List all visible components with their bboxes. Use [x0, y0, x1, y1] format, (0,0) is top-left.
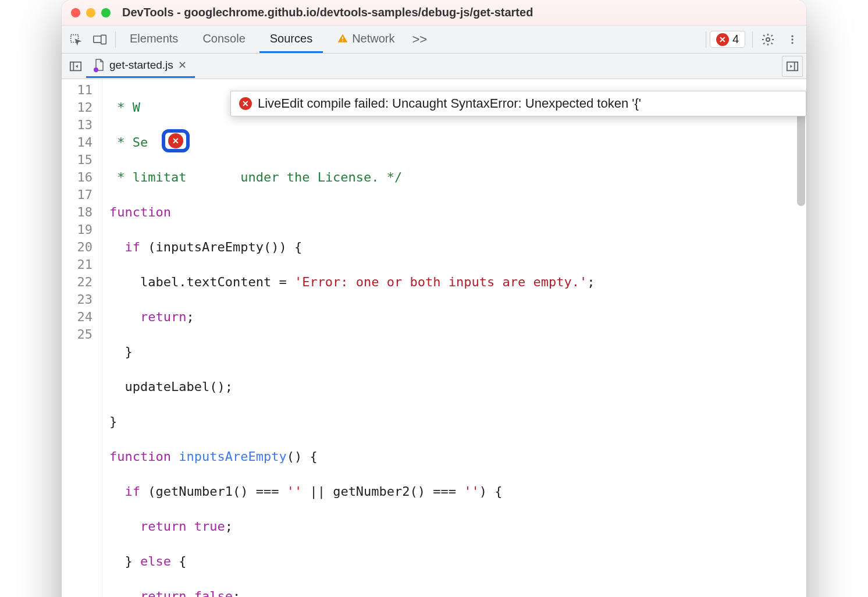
svg-point-5 — [766, 38, 770, 41]
tab-network-label: Network — [352, 32, 394, 45]
line-gutter[interactable]: 11 12 13 14 15 16 17 18 19 20 21 22 23 2… — [62, 79, 102, 597]
vertical-scrollbar[interactable] — [797, 84, 805, 305]
svg-point-7 — [791, 38, 793, 40]
error-icon: ✕ — [716, 33, 729, 46]
show-debugger-icon[interactable] — [782, 56, 803, 77]
minimize-window-button[interactable] — [86, 8, 95, 17]
file-icon — [94, 59, 105, 72]
code-editor[interactable]: ✕ LiveEdit compile failed: Uncaught Synt… — [62, 79, 806, 597]
svg-point-8 — [791, 42, 793, 44]
panel-tabs: Elements Console Sources Network — [119, 26, 405, 53]
error-count: 4 — [732, 33, 739, 46]
window-title: DevTools - googlechrome.github.io/devtoo… — [122, 6, 533, 19]
more-options-icon[interactable] — [781, 28, 804, 51]
main-toolbar: Elements Console Sources Network >> ✕ 4 — [62, 26, 806, 54]
modified-indicator-icon — [94, 67, 98, 72]
maximize-window-button[interactable] — [101, 8, 111, 17]
file-tab-bar: get-started.js ✕ — [62, 54, 806, 79]
svg-rect-2 — [101, 35, 106, 44]
close-window-button[interactable] — [71, 8, 80, 17]
svg-rect-4 — [342, 40, 343, 41]
tab-console[interactable]: Console — [192, 26, 255, 53]
svg-point-6 — [791, 35, 793, 37]
file-name: get-started.js — [109, 59, 173, 72]
error-icon: ✕ — [239, 97, 252, 110]
svg-rect-3 — [342, 37, 343, 40]
traffic-lights — [71, 8, 111, 17]
file-tab[interactable]: get-started.js ✕ — [86, 54, 195, 78]
tab-elements[interactable]: Elements — [119, 26, 188, 53]
close-file-icon[interactable]: ✕ — [178, 59, 187, 72]
tab-network[interactable]: Network — [326, 26, 405, 53]
tab-sources[interactable]: Sources — [259, 26, 323, 53]
toolbar-divider — [752, 31, 753, 48]
show-navigator-icon[interactable] — [65, 56, 86, 77]
device-toolbar-icon[interactable] — [88, 28, 112, 51]
error-count-badge[interactable]: ✕ 4 — [710, 31, 745, 48]
code-content[interactable]: * W * Se * limitat under the License. */… — [102, 79, 806, 597]
error-line-marker[interactable]: ✕ — [162, 129, 190, 152]
settings-icon[interactable] — [756, 28, 780, 51]
toolbar-divider — [706, 31, 706, 48]
inspect-element-icon[interactable] — [64, 28, 87, 51]
tooltip-message: LiveEdit compile failed: Uncaught Syntax… — [258, 96, 641, 111]
devtools-window: DevTools - googlechrome.github.io/devtoo… — [62, 0, 806, 597]
titlebar: DevTools - googlechrome.github.io/devtoo… — [62, 0, 806, 26]
warning-icon — [337, 33, 348, 44]
error-icon: ✕ — [168, 133, 183, 148]
more-tabs-button[interactable]: >> — [407, 32, 433, 47]
toolbar-divider — [115, 31, 116, 48]
error-tooltip: ✕ LiveEdit compile failed: Uncaught Synt… — [230, 91, 806, 116]
